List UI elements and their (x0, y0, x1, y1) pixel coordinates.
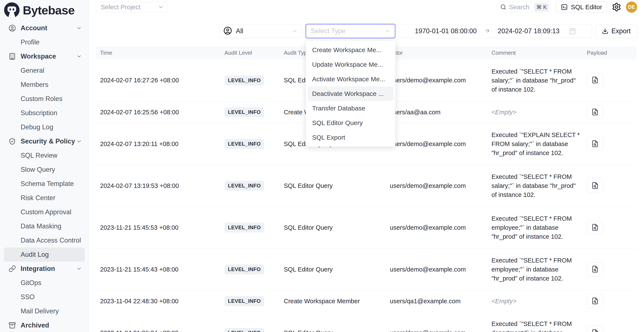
cell-time: 2024-02-07 16:25:56 +08:00 (96, 109, 224, 116)
column-header-comment: Comment (487, 49, 582, 56)
sidebar-item-label: GitOps (20, 279, 41, 287)
sidebar-item-risk-center[interactable]: Risk Center (0, 191, 89, 205)
bytebase-logo-icon (4, 2, 20, 18)
view-payload-button[interactable] (587, 262, 603, 276)
sidebar-item-sql-review[interactable]: SQL Review (0, 149, 89, 163)
cell-actor: users/qa1@example.com (386, 298, 487, 305)
sidebar: Bytebase AccountProfileWorkspaceGeneralM… (0, 0, 89, 332)
sidebar-item-label: Slow Query (20, 166, 55, 173)
cell-audit-level: LEVEL_INFO (224, 107, 282, 117)
cell-payload (582, 73, 636, 88)
sidebar-section-account[interactable]: Account (0, 21, 89, 35)
file-search-icon (591, 224, 599, 232)
sidebar-item-custom-roles[interactable]: Custom Roles (0, 92, 89, 106)
search-icon (500, 4, 506, 10)
sidebar-item-general[interactable]: General (0, 63, 89, 78)
user-avatar[interactable]: DE (626, 1, 637, 13)
filter-bar: All Select Type 1970-01-01 08:00:00 2024… (219, 24, 637, 38)
cell-comment: Executed `"EXPLAIN SELECT * FROM salary;… (487, 130, 582, 158)
dropdown-option-activate-workspace-me[interactable]: Activate Workspace Me... (308, 72, 394, 86)
sidebar-item-profile[interactable]: Profile (0, 35, 89, 49)
sidebar-item-label: SSO (20, 293, 34, 301)
sidebar-item-schema-template[interactable]: Schema Template (0, 177, 89, 191)
type-filter-select[interactable]: Select Type (306, 24, 395, 38)
cell-payload (582, 262, 636, 276)
view-payload-button[interactable] (587, 220, 603, 235)
cell-audit-level: LEVEL_INFO (224, 328, 282, 332)
sidebar-item-label: General (20, 67, 44, 74)
sidebar-section-label: Integration (20, 265, 55, 273)
sidebar-section-workspace[interactable]: Workspace (0, 49, 89, 63)
cell-comment: Executed `"SELECT * FROM salary;"` in da… (487, 172, 582, 199)
cell-comment: <Empty> (487, 109, 582, 116)
dropdown-option-create-workspace-me[interactable]: Create Workspace Me... (308, 43, 394, 57)
cell-payload (582, 105, 636, 119)
cell-time: 2024-02-07 13:19:53 +08:00 (96, 182, 224, 189)
sidebar-item-slow-query[interactable]: Slow Query (0, 163, 89, 177)
sidebar-item-label: Custom Approval (20, 208, 71, 216)
search-input[interactable]: Search ⌘ K (497, 1, 551, 13)
sidebar-item-gitops[interactable]: GitOps (0, 276, 89, 290)
sidebar-item-custom-approval[interactable]: Custom Approval (0, 205, 89, 219)
column-header-payload: Payload (582, 49, 636, 56)
sidebar-item-sso[interactable]: SSO (0, 290, 89, 304)
view-payload-button[interactable] (587, 179, 603, 193)
cell-actor: users/demo@example.com (386, 330, 487, 332)
sidebar-section-integration[interactable]: Integration (0, 262, 89, 276)
arrow-right-icon (484, 27, 490, 35)
sidebar-item-label: Data Access Control (20, 237, 81, 244)
sidebar-nav: AccountProfileWorkspaceGeneralMembersCus… (0, 20, 89, 332)
sql-editor-button[interactable]: SQL Editor (556, 1, 607, 13)
chevron-down-icon (384, 28, 390, 34)
terminal-icon (561, 4, 568, 10)
cell-audit-type: SQL Editor Query (282, 266, 386, 273)
calendar-icon (569, 28, 576, 34)
view-payload-button[interactable] (587, 105, 603, 119)
comment-empty: <Empty> (492, 298, 516, 305)
audit-log-page: Bytebase AccountProfileWorkspaceGeneralM… (0, 0, 644, 332)
search-shortcut-badge: ⌘ K (534, 3, 549, 11)
cell-comment: Executed `"SELECT * FROM employee;"` in … (487, 256, 582, 283)
sidebar-item-debug-log[interactable]: Debug Log (0, 120, 89, 134)
comment-text: Executed `"SELECT * FROM employee;"` in … (492, 257, 572, 282)
cell-comment: <Empty> (487, 298, 582, 305)
archive-icon (8, 322, 16, 329)
settings-gear-icon[interactable] (612, 2, 621, 12)
actor-filter-select[interactable]: All (219, 24, 302, 38)
comment-text: Executed `"EXPLAIN SELECT * FROM salary;… (492, 132, 580, 156)
download-icon (602, 28, 608, 34)
export-button[interactable]: Export (596, 24, 637, 38)
view-payload-button[interactable] (587, 137, 603, 151)
dropdown-option-sql-editor-query[interactable]: SQL Editor Query (308, 116, 394, 130)
cell-audit-level: LEVEL_INFO (224, 181, 282, 191)
dropdown-option-transfer-database[interactable]: Transfer Database (308, 101, 394, 116)
user-circle-icon (224, 26, 232, 36)
table-row: 2024-02-07 13:19:53 +08:00LEVEL_INFOSQL … (96, 165, 636, 207)
sidebar-item-data-masking[interactable]: Data Masking (0, 219, 89, 233)
sidebar-item-audit-log[interactable]: Audit Log (4, 247, 85, 262)
sidebar-section-security-policy[interactable]: Security & Policy (0, 134, 89, 149)
cell-audit-level: LEVEL_INFO (224, 264, 282, 274)
search-placeholder: Search (509, 3, 532, 11)
file-search-icon (591, 76, 599, 84)
view-payload-button[interactable] (587, 73, 603, 88)
sidebar-section-label: Workspace (20, 52, 56, 60)
sidebar-item-members[interactable]: Members (0, 78, 89, 92)
project-select[interactable]: Select Project (96, 2, 168, 12)
level-badge: LEVEL_INFO (224, 75, 264, 85)
sidebar-item-label: Risk Center (20, 194, 56, 202)
dropdown-option-deactivate-workspace[interactable]: Deactivate Workspace ... (308, 86, 394, 101)
cell-audit-level: LEVEL_INFO (224, 296, 282, 306)
column-header-audit-level: Audit Level (224, 49, 282, 56)
view-payload-button[interactable] (587, 294, 603, 308)
sidebar-item-data-access-control[interactable]: Data Access Control (0, 233, 89, 247)
view-payload-button[interactable] (587, 326, 603, 332)
brand-logo[interactable]: Bytebase (0, 0, 89, 20)
sidebar-item-label: Subscription (20, 109, 57, 117)
sidebar-item-mail-delivery[interactable]: Mail Delivery (0, 304, 89, 318)
dropdown-option-update-workspace-me[interactable]: Update Workspace Me... (308, 57, 394, 72)
sidebar-item-subscription[interactable]: Subscription (0, 106, 89, 120)
sidebar-section-archived[interactable]: Archived (0, 318, 89, 332)
dropdown-option-sql-export[interactable]: SQL Export (308, 130, 394, 145)
date-range-picker[interactable]: 1970-01-01 08:00:00 2024-02-07 18:09:13 (399, 24, 592, 38)
